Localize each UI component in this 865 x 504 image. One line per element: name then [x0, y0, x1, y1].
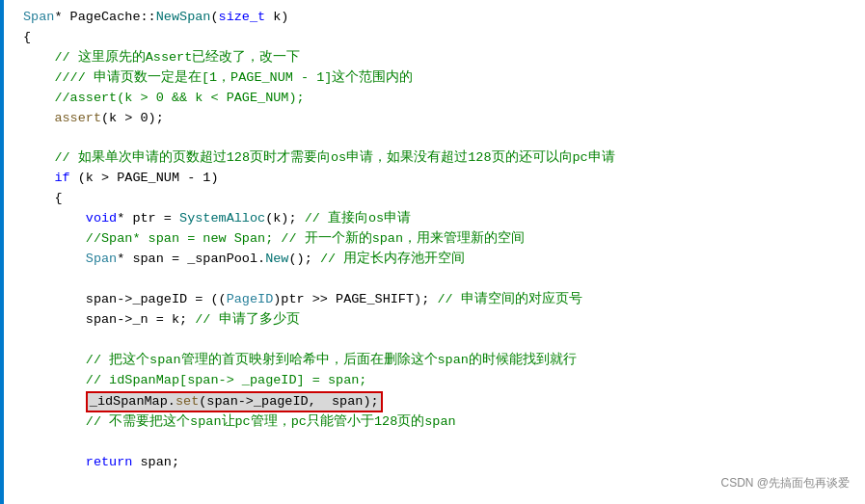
- code-line: if (k > PAGE_NUM - 1): [8, 169, 865, 189]
- code-line: Span* PageCache::NewSpan(size_t k): [8, 8, 865, 28]
- code-line: //// 申请页数一定是在[1，PAGE_NUM - 1]这个范围内的: [8, 68, 865, 89]
- line-text: //// 申请页数一定是在[1，PAGE_NUM - 1]这个范围内的: [8, 68, 413, 89]
- code-editor: Span* PageCache::NewSpan(size_t k) { // …: [0, 0, 865, 504]
- highlighted-code-line: _idSpanMap.set(span->_pageID, span);: [8, 391, 865, 413]
- line-text: [8, 129, 31, 149]
- line-text: // 这里原先的Assert已经改了，改一下: [8, 48, 300, 68]
- code-line: [8, 433, 865, 453]
- line-text: void* ptr = SystemAlloc(k); // 直接向os申请: [8, 209, 411, 229]
- line-text: Span* PageCache::NewSpan(size_t k): [8, 8, 288, 28]
- line-text: // 把这个span管理的首页映射到哈希中，后面在删除这个span的时候能找到就…: [8, 351, 577, 371]
- code-line: void* ptr = SystemAlloc(k); // 直接向os申请: [8, 209, 865, 229]
- code-line: //Span* span = new Span; // 开一个新的span，用来…: [8, 229, 865, 250]
- line-text: assert(k > 0);: [8, 109, 164, 129]
- line-text: // idSpanMap[span-> _pageID] = span;: [8, 371, 366, 391]
- line-text: return span;: [8, 453, 179, 473]
- line-text: span->_pageID = ((PageID)ptr >> PAGE_SHI…: [8, 290, 582, 310]
- left-accent-bar: [0, 0, 4, 504]
- code-line: return span;: [8, 453, 865, 473]
- code-line: span->_n = k; // 申请了多少页: [8, 310, 865, 331]
- code-line: // 这里原先的Assert已经改了，改一下: [8, 48, 865, 68]
- code-area: Span* PageCache::NewSpan(size_t k) { // …: [0, 8, 865, 473]
- watermark: CSDN @先搞面包再谈爱: [720, 474, 850, 492]
- code-line: [8, 270, 865, 290]
- code-line: // 把这个span管理的首页映射到哈希中，后面在删除这个span的时候能找到就…: [8, 351, 865, 371]
- line-text: //Span* span = new Span; // 开一个新的span，用来…: [8, 229, 525, 250]
- code-line: span->_pageID = ((PageID)ptr >> PAGE_SHI…: [8, 290, 865, 310]
- code-line: assert(k > 0);: [8, 109, 865, 129]
- line-text: {: [8, 189, 63, 209]
- line-text: // 如果单次申请的页数超过128页时才需要向os申请，如果没有超过128页的还…: [8, 148, 615, 169]
- line-text: {: [8, 28, 31, 48]
- line-text: [8, 331, 31, 351]
- code-line: {: [8, 189, 865, 209]
- line-text: //assert(k > 0 && k < PAGE_NUM);: [8, 89, 305, 109]
- line-text: span->_n = k; // 申请了多少页: [8, 310, 300, 331]
- code-line: // 不需要把这个span让pc管理，pc只能管小于128页的span: [8, 412, 865, 433]
- line-text: // 不需要把这个span让pc管理，pc只能管小于128页的span: [8, 412, 456, 433]
- line-text: [8, 270, 31, 290]
- code-line: Span* span = _spanPool.New(); // 用定长内存池开…: [8, 250, 865, 270]
- line-text: if (k > PAGE_NUM - 1): [8, 169, 219, 189]
- code-line: //assert(k > 0 && k < PAGE_NUM);: [8, 89, 865, 109]
- code-line: [8, 129, 865, 149]
- code-line: {: [8, 28, 865, 48]
- line-text: Span* span = _spanPool.New(); // 用定长内存池开…: [8, 250, 465, 270]
- line-text: _idSpanMap.set(span->_pageID, span);: [8, 391, 383, 413]
- code-line: // idSpanMap[span-> _pageID] = span;: [8, 371, 865, 391]
- code-line: // 如果单次申请的页数超过128页时才需要向os申请，如果没有超过128页的还…: [8, 148, 865, 169]
- code-line: [8, 331, 865, 351]
- line-text: [8, 433, 31, 453]
